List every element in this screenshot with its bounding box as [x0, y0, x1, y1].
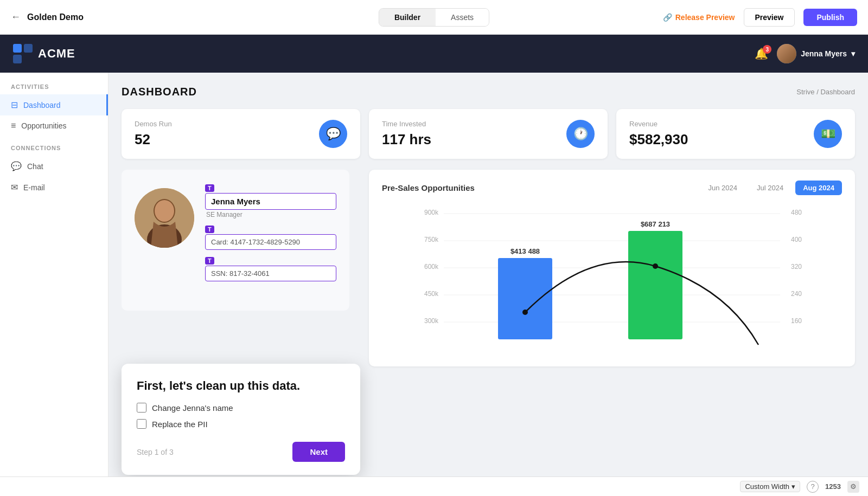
- dollar-icon: 💵: [821, 127, 835, 141]
- chart-title: Pre-Sales Opportunities: [382, 183, 475, 192]
- sidebar-item-email[interactable]: ✉ E-mail: [0, 177, 108, 198]
- checkbox-change-name-input[interactable]: [137, 403, 146, 413]
- svg-text:400: 400: [791, 236, 802, 243]
- app-title: Golden Demo: [27, 12, 84, 22]
- sidebar: ACTIVITIES ⊟ Dashboard ≡ Opportunities C…: [0, 73, 108, 476]
- preview-button[interactable]: Preview: [744, 8, 795, 27]
- svg-point-6: [155, 200, 174, 222]
- topbar-right: 🔗 Release Preview Preview Publish: [663, 8, 857, 27]
- svg-text:480: 480: [791, 209, 802, 216]
- card-field[interactable]: Card: 4147-1732-4829-5290: [205, 234, 336, 250]
- checkbox-replace-pii-input[interactable]: [137, 419, 146, 429]
- stat-value: $582,930: [629, 131, 688, 148]
- stat-icon-revenue: 💵: [814, 120, 842, 148]
- custom-width-selector[interactable]: Custom Width ▾: [740, 481, 800, 492]
- checkbox-change-name-label: Change Jenna's name: [152, 403, 233, 413]
- clock-icon: 🕐: [573, 127, 588, 141]
- app-header: ACME 🔔 3 Jenna Myers ▾: [0, 35, 868, 73]
- sidebar-item-label: Opportunities: [21, 121, 66, 130]
- notification-button[interactable]: 🔔 3: [755, 47, 768, 60]
- sidebar-item-label: Chat: [27, 162, 43, 171]
- back-button[interactable]: ←: [11, 11, 21, 23]
- publish-button[interactable]: Publish: [803, 9, 857, 26]
- user-name: Jenna Myers: [801, 49, 847, 58]
- chart-tabs: Jun 2024 Jul 2024 Aug 2024: [701, 181, 842, 195]
- settings-button[interactable]: ⚙: [847, 481, 859, 493]
- main-layout: ACTIVITIES ⊟ Dashboard ≡ Opportunities C…: [0, 73, 868, 476]
- bottom-bar: Custom Width ▾ ? 1253 ⚙: [0, 476, 868, 496]
- topbar-left: ← Golden Demo: [11, 11, 84, 23]
- stat-label: Time Invested: [382, 120, 431, 128]
- breadcrumb: Strive / Dashboard: [796, 88, 855, 96]
- sidebar-item-opportunities[interactable]: ≡ Opportunities: [0, 115, 108, 136]
- svg-text:600k: 600k: [424, 263, 439, 270]
- connections-label: CONNECTIONS: [0, 145, 108, 156]
- role-label: SE Manager: [205, 211, 336, 218]
- tab-assets[interactable]: Assets: [436, 9, 489, 26]
- stats-row: Demos Run 52 💬 Time Invested 117 hrs 🕐: [122, 109, 855, 159]
- stat-icon-time: 🕐: [566, 120, 595, 148]
- content-area: DASHBOARD Strive / Dashboard Demos Run 5…: [108, 73, 868, 476]
- chart-svg: 900k 750k 600k 450k 300k 480 400 320 240…: [382, 204, 842, 356]
- sidebar-item-chat[interactable]: 💬 Chat: [0, 156, 108, 177]
- svg-rect-1: [24, 44, 33, 53]
- user-menu[interactable]: Jenna Myers ▾: [777, 44, 855, 63]
- stat-value: 117 hrs: [382, 131, 431, 148]
- ssn-type-label: T: [205, 257, 214, 265]
- dashboard-icon: ⊟: [11, 100, 18, 110]
- checkbox-change-name[interactable]: Change Jenna's name: [137, 403, 345, 413]
- svg-rect-2: [13, 55, 22, 63]
- checkbox-replace-pii[interactable]: Replace the PII: [137, 419, 345, 429]
- bar-jul: [498, 258, 552, 339]
- help-button[interactable]: ?: [807, 481, 819, 493]
- demos-icon: 💬: [326, 127, 341, 141]
- ssn-field[interactable]: SSN: 817-32-4061: [205, 266, 336, 281]
- logo-text: ACME: [38, 47, 75, 61]
- name-field-group: T Jenna Myers SE Manager: [205, 183, 336, 218]
- profile-inner: T Jenna Myers SE Manager T Card: 4147-17…: [135, 183, 336, 287]
- svg-text:160: 160: [791, 317, 802, 325]
- svg-text:450k: 450k: [424, 290, 439, 298]
- chart-container: 900k 750k 600k 450k 300k 480 400 320 240…: [382, 204, 842, 356]
- release-preview-button[interactable]: 🔗 Release Preview: [663, 13, 735, 22]
- sidebar-item-dashboard[interactable]: ⊟ Dashboard: [0, 94, 108, 115]
- svg-text:750k: 750k: [424, 236, 439, 243]
- stat-info: Demos Run 52: [135, 120, 172, 148]
- svg-text:240: 240: [791, 290, 802, 298]
- email-icon: ✉: [11, 182, 18, 192]
- curve-dot-1: [522, 310, 528, 315]
- svg-rect-0: [13, 44, 22, 53]
- svg-text:$413 488: $413 488: [510, 247, 540, 255]
- tab-builder[interactable]: Builder: [379, 9, 436, 26]
- tooltip-popup: First, let's clean up this data. Change …: [122, 364, 360, 475]
- logo-icon: [13, 44, 33, 63]
- stat-icon-demos: 💬: [319, 120, 347, 148]
- card-field-group: T Card: 4147-1732-4829-5290: [205, 224, 336, 250]
- top-bar: ← Golden Demo Builder Assets 🔗 Release P…: [0, 0, 868, 35]
- chart-header: Pre-Sales Opportunities Jun 2024 Jul 202…: [382, 181, 842, 195]
- width-value: 1253: [825, 482, 841, 491]
- bar-aug: [628, 231, 682, 339]
- svg-text:300k: 300k: [424, 317, 439, 325]
- topbar-tabs: Builder Assets: [379, 8, 489, 27]
- avatar: [777, 44, 796, 63]
- chat-icon: 💬: [11, 161, 22, 171]
- chart-tab-aug[interactable]: Aug 2024: [795, 181, 842, 195]
- stat-value: 52: [135, 131, 172, 148]
- stat-card-time: Time Invested 117 hrs 🕐: [369, 109, 608, 159]
- next-button[interactable]: Next: [292, 442, 345, 462]
- notification-badge: 3: [763, 45, 771, 54]
- sidebar-item-label: Dashboard: [23, 101, 61, 109]
- name-field[interactable]: Jenna Myers: [205, 193, 336, 210]
- logo-area: ACME: [13, 44, 75, 63]
- stat-label: Revenue: [629, 120, 688, 128]
- connections-section: CONNECTIONS 💬 Chat ✉ E-mail: [0, 145, 108, 198]
- chevron-down-icon: ▾: [851, 49, 855, 58]
- ssn-field-group: T SSN: 817-32-4061: [205, 255, 336, 281]
- chart-tab-jun[interactable]: Jun 2024: [701, 181, 745, 195]
- stat-card-revenue: Revenue $582,930 💵: [616, 109, 855, 159]
- chart-tab-jul[interactable]: Jul 2024: [749, 181, 791, 195]
- svg-text:900k: 900k: [424, 209, 439, 216]
- header-right: 🔔 3 Jenna Myers ▾: [755, 44, 855, 63]
- name-type-label: T: [205, 184, 214, 192]
